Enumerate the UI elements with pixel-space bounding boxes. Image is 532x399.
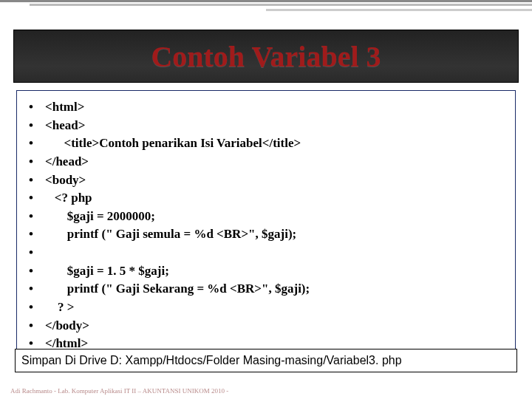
code-line xyxy=(29,244,503,262)
slide-title-band: Contoh Variabel 3 xyxy=(13,30,519,83)
code-line: printf (" Gaji semula = %d <BR>", $gaji)… xyxy=(29,225,503,244)
note-box: Simpan Di Drive D: Xampp/Htdocs/Folder M… xyxy=(15,349,517,372)
code-line: </head> xyxy=(29,153,503,171)
note-text: Simpan Di Drive D: Xampp/Htdocs/Folder M… xyxy=(21,354,402,366)
line xyxy=(266,9,532,11)
slide-title: Contoh Variabel 3 xyxy=(151,39,381,74)
code-line: $gaji = 1. 5 * $gaji; xyxy=(29,262,503,281)
code-line: $gaji = 2000000; xyxy=(29,208,503,226)
code-line: </body> xyxy=(29,317,503,335)
line xyxy=(30,4,532,6)
code-list: <html><head> <title>Contoh penarikan Isi… xyxy=(29,98,503,353)
code-line: <head> xyxy=(29,117,503,135)
code-line: <body> xyxy=(29,171,503,190)
code-line: <html> xyxy=(29,98,503,117)
footer-text: Adi Rachmanto - Lab. Komputer Aplikasi I… xyxy=(10,387,228,395)
code-line: <? php xyxy=(29,189,503,208)
line xyxy=(0,0,532,2)
code-line: printf (" Gaji Sekarang = %d <BR>", $gaj… xyxy=(29,280,503,299)
decorative-lines xyxy=(0,0,532,11)
code-line: ? > xyxy=(29,299,503,317)
code-box: <html><head> <title>Contoh penarikan Isi… xyxy=(16,90,516,364)
code-line: <title>Contoh penarikan Isi Variabel</ti… xyxy=(29,134,503,153)
